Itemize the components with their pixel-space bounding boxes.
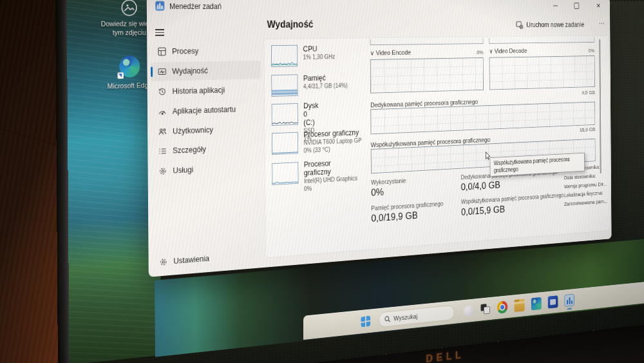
chart-stub-left	[370, 38, 484, 45]
laptop-screen: Dowiedz się więcej tym zdjęciu Microsoft…	[67, 0, 644, 363]
video-decode-header[interactable]: ∨ Video Decode	[489, 47, 527, 55]
task-manager-window: Menedżer zadań ✕	[147, 0, 612, 277]
sidebar-item-app-history[interactable]: Historia aplikacji	[151, 80, 261, 101]
shared-mem-value: 0,0/15,9 GB	[461, 204, 505, 218]
more-options-button[interactable]: …	[598, 17, 605, 25]
disk-mini-chart	[272, 103, 298, 126]
dell-logo: DELL	[426, 348, 464, 363]
utilization-label: Wykorzystanie	[371, 177, 406, 186]
close-button[interactable]: ✕	[587, 0, 610, 14]
run-new-task-button[interactable]: Uruchom nowe zadanie	[516, 20, 584, 28]
chart-stub-right	[489, 37, 594, 43]
shared-mem-label: Współużytkowana pamięć procesora graficz…	[461, 192, 564, 205]
video-decode-value: 0%	[576, 47, 594, 54]
cursor-icon	[485, 152, 491, 161]
store-icon[interactable]	[548, 295, 558, 308]
settings-icon	[159, 257, 167, 267]
utilization-value: 0%	[371, 186, 384, 199]
performance-icon	[158, 67, 166, 76]
chevron-down-icon: ∨	[370, 49, 375, 56]
copilot-icon[interactable]	[463, 304, 473, 317]
search-input[interactable]: Wyszukaj	[379, 305, 455, 328]
cpu-mini-chart	[271, 45, 298, 67]
screen-content: Dowiedz się więcej tym zdjęciu Microsoft…	[66, 0, 644, 363]
maximize-button[interactable]	[566, 0, 587, 14]
memory-mini-chart	[271, 74, 298, 97]
shared-scale: 15,9 GB	[550, 126, 595, 133]
chevron-down-icon: ∨	[489, 48, 493, 55]
video-decode-chart	[489, 55, 595, 90]
picture-info-icon	[120, 0, 138, 17]
startup-apps-icon	[158, 107, 167, 116]
task-manager-icon[interactable]	[564, 294, 574, 307]
selected-accent-bar	[151, 67, 153, 77]
app-history-icon	[158, 87, 166, 96]
video-encode-value: 0%	[464, 49, 483, 55]
dedicated-scale: 4,0 GB	[549, 89, 594, 96]
task-manager-app-icon	[155, 1, 165, 11]
sidebar-item-startup-apps[interactable]: Aplikacje autostartu	[151, 99, 261, 121]
photo-scene: Dowiedz się więcej tym zdjęciu Microsoft…	[0, 0, 644, 363]
video-encode-header[interactable]: ∨ Video Encode	[370, 49, 411, 57]
sidebar-item-processes[interactable]: Procesy	[151, 41, 261, 61]
dedicated-mem-value: 0,0/4,0 GB	[461, 179, 500, 193]
start-icon[interactable]	[361, 316, 370, 328]
services-icon	[158, 166, 167, 175]
minimize-button[interactable]	[545, 0, 566, 14]
maximize-icon	[574, 3, 579, 8]
scrollbar[interactable]	[599, 39, 601, 173]
page-title: Wydajność	[267, 19, 314, 30]
file-explorer-icon[interactable]	[514, 299, 524, 312]
search-icon	[384, 315, 391, 323]
gpu2-mini-chart	[272, 162, 298, 185]
shortcut-arrow-icon	[117, 72, 124, 79]
chrome-icon[interactable]	[497, 300, 507, 314]
navigation-menu-button[interactable]	[155, 27, 164, 37]
hamburger-icon	[155, 29, 164, 30]
sidebar-item-services[interactable]: Usługi	[151, 157, 261, 181]
run-new-task-icon	[516, 21, 523, 29]
task-view-icon[interactable]	[480, 302, 491, 316]
edge-icon[interactable]	[531, 297, 542, 311]
users-icon	[158, 127, 167, 136]
sidebar-item-performance[interactable]: Wydajność	[151, 61, 261, 81]
gpu-mem-value: 0,0/19,9 GB	[371, 210, 417, 224]
edge-icon	[119, 55, 140, 77]
details-icon	[158, 146, 167, 155]
minimize-icon	[553, 5, 558, 6]
sidebar-item-settings[interactable]: Ustawienia	[152, 245, 262, 272]
performance-panel: CPU 1% 1,30 GHz Pamięć 4,4/31,7 GB (14	[264, 35, 611, 259]
window-title: Menedżer zadań	[169, 2, 222, 11]
close-icon: ✕	[596, 2, 600, 9]
gpu-mini-chart	[272, 132, 298, 155]
video-encode-chart	[370, 57, 484, 93]
running-indicator	[567, 308, 572, 309]
processes-icon	[158, 47, 166, 56]
